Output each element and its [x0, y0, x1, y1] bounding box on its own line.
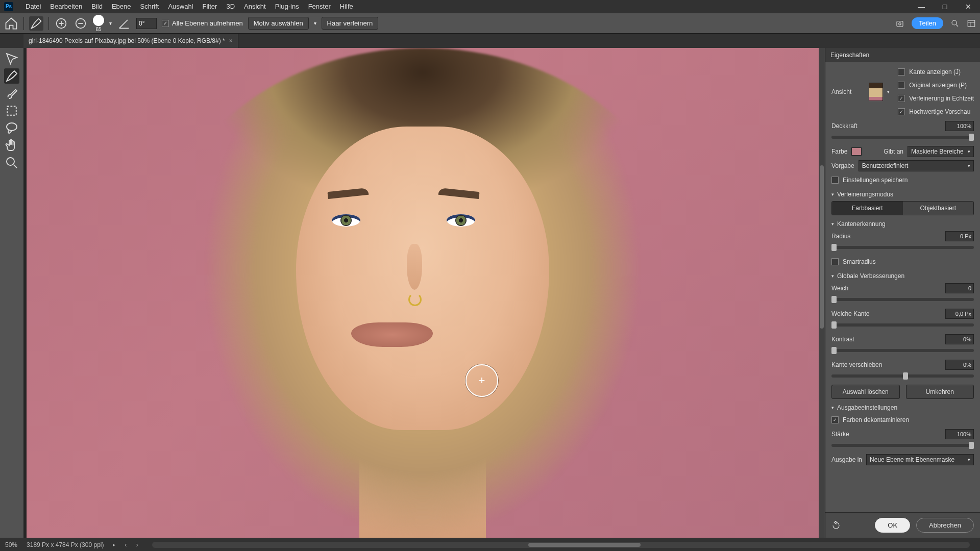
scrollbar-thumb[interactable]: [820, 165, 824, 329]
menu-schrift[interactable]: Schrift: [140, 3, 159, 10]
workspace-switcher-icon[interactable]: [967, 19, 976, 28]
hq-preview-checkbox[interactable]: [898, 108, 905, 115]
menu-datei[interactable]: Datei: [26, 3, 41, 10]
radius-input[interactable]: [945, 231, 974, 241]
menu-bar: Ps Datei Bearbeiten Bild Ebene Schrift A…: [0, 0, 980, 13]
opacity-input[interactable]: [945, 121, 974, 131]
nav-next-icon[interactable]: ›: [136, 541, 138, 548]
show-original-label: Original anzeigen (P): [909, 82, 967, 89]
status-bar: 50% 3189 Px x 4784 Px (300 ppi) ▸ ‹ ›: [0, 538, 980, 551]
menu-filter[interactable]: Filter: [203, 3, 217, 10]
svg-rect-5: [968, 20, 975, 27]
menu-ansicht[interactable]: Ansicht: [244, 3, 266, 10]
zoom-level[interactable]: 50%: [5, 541, 17, 548]
maximize-button[interactable]: □: [933, 0, 957, 13]
color-label: Farbe: [831, 148, 847, 155]
brush-angle-input[interactable]: [136, 18, 157, 29]
menu-hilfe[interactable]: Hilfe: [340, 3, 353, 10]
document-canvas[interactable]: +: [27, 48, 819, 538]
object-select-tool[interactable]: [4, 103, 19, 118]
realtime-refine-checkbox[interactable]: [898, 95, 905, 102]
status-caret-icon[interactable]: ▸: [113, 542, 115, 547]
minimize-button[interactable]: —: [910, 0, 933, 13]
opacity-slider[interactable]: [831, 136, 974, 139]
add-selection-icon[interactable]: [54, 16, 68, 31]
decon-checkbox[interactable]: [831, 416, 839, 423]
refine-mode-segment[interactable]: Farbbasiert Objektbasiert: [831, 201, 974, 215]
smooth-input[interactable]: [945, 283, 974, 293]
menu-plugins[interactable]: Plug-ins: [275, 3, 299, 10]
lasso-tool[interactable]: [4, 120, 19, 136]
smart-radius-checkbox[interactable]: [831, 258, 839, 265]
shift-input[interactable]: [945, 360, 974, 370]
menu-auswahl[interactable]: Auswahl: [168, 3, 193, 10]
output-header[interactable]: ▾Ausgabeeinstellungen: [831, 404, 974, 411]
output-to-label: Ausgabe in: [831, 456, 862, 463]
show-original-checkbox[interactable]: [898, 82, 905, 89]
cloud-docs-icon[interactable]: [895, 19, 904, 28]
brush-tool[interactable]: [4, 86, 19, 101]
color-swatch[interactable]: [851, 147, 862, 156]
home-icon[interactable]: [4, 16, 18, 31]
edge-detect-header[interactable]: ▾Kantenerkennung: [831, 220, 974, 228]
menu-bild[interactable]: Bild: [91, 3, 103, 10]
subtract-selection-icon[interactable]: [74, 16, 88, 31]
remember-checkbox[interactable]: [831, 177, 839, 184]
invert-button[interactable]: Umkehren: [906, 385, 974, 399]
contrast-input[interactable]: [945, 334, 974, 344]
refine-edge-brush-tool[interactable]: [4, 68, 19, 84]
feather-input[interactable]: [945, 309, 974, 319]
radius-slider[interactable]: [831, 246, 974, 249]
nav-prev-icon[interactable]: ‹: [125, 541, 127, 548]
menu-ebene[interactable]: Ebene: [112, 3, 131, 10]
canvas-area[interactable]: +: [23, 48, 825, 538]
menu-bearbeiten[interactable]: Bearbeiten: [50, 3, 82, 10]
feather-slider[interactable]: [831, 323, 974, 327]
svg-point-8: [7, 158, 14, 165]
view-thumbnail[interactable]: [869, 83, 883, 101]
workspace: + Eigenschaften Ansicht ▾ Kante anzeigen…: [0, 48, 980, 538]
show-edge-label: Kante anzeigen (J): [909, 68, 961, 76]
scrollbar-thumb[interactable]: [528, 543, 641, 547]
contrast-slider[interactable]: [831, 349, 974, 352]
menu-3d[interactable]: 3D: [226, 3, 235, 10]
indicates-label: Gibt an: [884, 148, 903, 155]
quick-select-tool[interactable]: [4, 51, 19, 66]
amount-slider[interactable]: [831, 444, 974, 447]
reset-icon[interactable]: [831, 521, 841, 530]
share-button[interactable]: Teilen: [912, 17, 943, 29]
show-edge-checkbox[interactable]: [898, 68, 905, 76]
preset-select[interactable]: Benutzerdefiniert▾: [859, 160, 974, 171]
refine-hair-button[interactable]: Haar verfeinern: [322, 17, 379, 30]
sample-all-layers-checkbox[interactable]: Alle Ebenen aufnehmen: [162, 19, 243, 27]
vertical-scrollbar[interactable]: [819, 48, 825, 538]
smooth-slider[interactable]: [831, 298, 974, 301]
shift-slider[interactable]: [831, 374, 974, 378]
global-header[interactable]: ▾Globale Verbesserungen: [831, 272, 974, 280]
close-button[interactable]: ✕: [957, 0, 980, 13]
indicates-select[interactable]: Maskierte Bereiche▾: [908, 146, 974, 157]
output-to-select[interactable]: Neue Ebene mit Ebenenmaske▾: [866, 454, 974, 465]
menu-fenster[interactable]: Fenster: [308, 3, 331, 10]
close-tab-icon[interactable]: ×: [229, 37, 233, 44]
mode-color-button[interactable]: Farbbasiert: [832, 202, 903, 215]
ok-button[interactable]: OK: [875, 518, 910, 533]
clear-selection-button[interactable]: Auswahl löschen: [831, 385, 900, 399]
cancel-button[interactable]: Abbrechen: [916, 518, 974, 533]
refine-mode-header[interactable]: ▾Verfeinerungsmodus: [831, 191, 974, 198]
document-tab[interactable]: girl-1846490 Pexels auf Pixabay.jpg bei …: [23, 34, 238, 48]
hand-tool[interactable]: [4, 138, 19, 153]
search-icon[interactable]: [950, 19, 960, 28]
mode-object-button[interactable]: Objektbasiert: [903, 202, 974, 215]
select-subject-button[interactable]: Motiv auswählen: [248, 17, 309, 30]
horizontal-scrollbar[interactable]: [152, 542, 970, 548]
document-dimensions: 3189 Px x 4784 Px (300 ppi): [27, 541, 104, 548]
contrast-label: Kontrast: [831, 336, 854, 343]
brush-preset-picker[interactable]: 65: [93, 15, 104, 32]
current-tool-icon[interactable]: [29, 16, 43, 31]
panel-tab[interactable]: Eigenschaften: [825, 48, 980, 62]
zoom-tool[interactable]: [4, 155, 19, 170]
amount-input[interactable]: [945, 429, 974, 439]
panel-footer: OK Abbrechen: [825, 512, 980, 538]
properties-panel: Eigenschaften Ansicht ▾ Kante anzeigen (…: [825, 48, 980, 538]
